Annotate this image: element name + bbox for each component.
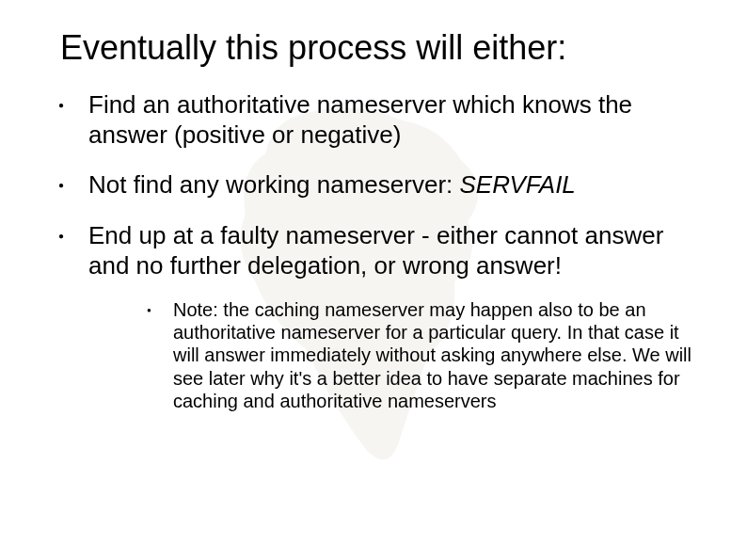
- sub-bullet-list: Note: the caching nameserver may happen …: [88, 298, 700, 413]
- sub-bullet-1-text: Note: the caching nameserver may happen …: [173, 299, 691, 412]
- bullet-3-text: End up at a faulty nameserver - either c…: [88, 221, 663, 280]
- bullet-item-1: Find an authoritative nameserver which k…: [47, 90, 700, 170]
- bullet-1-text: Find an authoritative nameserver which k…: [88, 90, 632, 149]
- bullet-list: Find an authoritative nameserver which k…: [0, 90, 747, 434]
- bullet-item-3: End up at a faulty nameserver - either c…: [47, 221, 700, 433]
- slide: Eventually this process will either: Fin…: [0, 0, 747, 560]
- bullet-item-2: Not find any working nameserver: SERVFAI…: [47, 170, 700, 221]
- sub-bullet-item-1: Note: the caching nameserver may happen …: [141, 298, 700, 413]
- bullet-2-em: SERVFAIL: [460, 170, 576, 199]
- slide-title: Eventually this process will either:: [0, 0, 747, 68]
- bullet-2-text: Not find any working nameserver:: [88, 170, 460, 199]
